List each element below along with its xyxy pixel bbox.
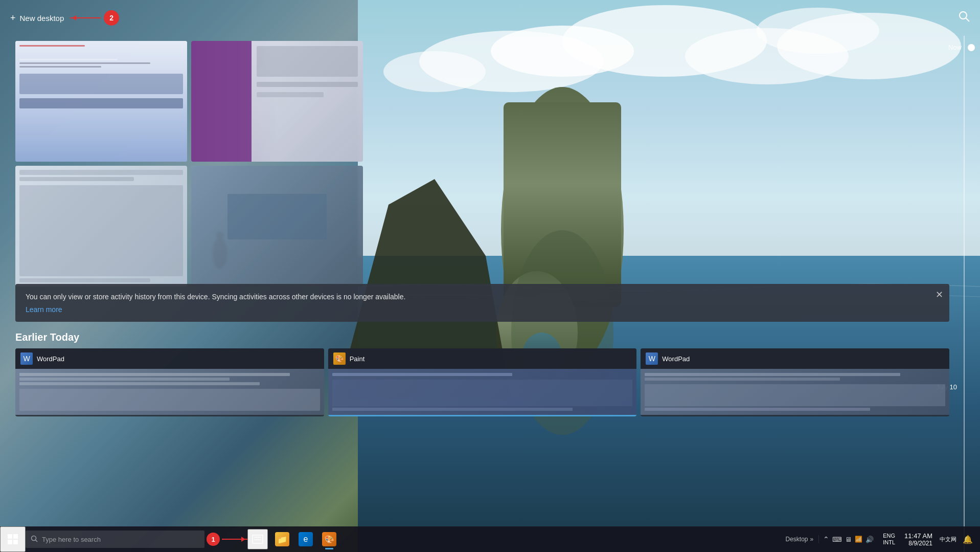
wordpad-icon-2: W [646, 352, 658, 365]
activity-thumb-3 [641, 369, 949, 415]
svg-point-17 [960, 12, 967, 19]
search-bar[interactable]: Type here to search [26, 531, 204, 548]
paint-taskbar-icon: 🎨 [322, 532, 336, 546]
explorer-icon: 📁 [275, 532, 289, 546]
chinese-indicator[interactable]: 中文网 [940, 536, 956, 543]
taskbar-app-edge[interactable]: e [294, 528, 317, 550]
task-view-icon [252, 535, 263, 544]
notification-text: You can only view or store activity hist… [26, 292, 939, 302]
notification-icon: 🔔 [963, 535, 973, 544]
activity-thumb-1 [15, 369, 324, 415]
activity-card-1[interactable]: W WordPad [15, 348, 324, 416]
thumbnail-2[interactable] [191, 41, 363, 162]
paint-icon-1: 🎨 [333, 352, 346, 365]
plus-icon: + [10, 13, 16, 24]
taskbar: Type here to search 1 📁 e 🎨 [0, 526, 980, 552]
task-view-button[interactable] [247, 529, 268, 549]
search-button-top[interactable] [959, 11, 970, 25]
thumbnails-area [15, 41, 363, 286]
step-1-badge: 1 [207, 533, 220, 546]
svg-point-19 [32, 536, 36, 540]
activity-card-2[interactable]: 🎨 Paint [328, 348, 637, 416]
timeline-dot [968, 44, 975, 51]
step-2-badge: 2 [104, 10, 119, 26]
keyboard-icon[interactable]: ⌨ [832, 536, 842, 543]
wordpad-icon-1: W [20, 352, 33, 365]
svg-line-20 [36, 540, 38, 542]
notification-bell[interactable]: 🔔 [960, 535, 976, 544]
timeline-now: Now [948, 43, 975, 51]
language-code: ENG [883, 533, 895, 539]
top-bar: + New desktop 2 [0, 0, 980, 36]
new-desktop-label: New desktop [20, 14, 64, 23]
thumbnail-4[interactable] [191, 166, 363, 286]
taskbar-app-explorer[interactable]: 📁 [271, 528, 293, 550]
step1-annotation: 1 [204, 533, 247, 546]
taskbar-app-paint[interactable]: 🎨 [318, 528, 340, 550]
notification-banner: You can only view or store activity hist… [15, 284, 949, 322]
search-icon-taskbar [31, 535, 38, 544]
show-hidden-icons-button[interactable]: ⌃ [823, 535, 829, 543]
arrow-annotation-1 [70, 17, 101, 18]
activity-cards: W WordPad 🎨 Paint [15, 348, 949, 416]
clock-area[interactable]: 11:47 AM 8/9/2021 [900, 532, 937, 547]
app-name-2: Paint [350, 355, 365, 363]
system-tray: ⌃ ⌨ 🖥 📶 🔊 [818, 535, 878, 543]
thumbnail-1[interactable] [15, 41, 187, 162]
search-placeholder-text: Type here to search [42, 536, 101, 543]
timeline-line [964, 36, 965, 552]
activity-card-3[interactable]: W WordPad [641, 348, 949, 416]
wifi-icon[interactable]: 📶 [855, 536, 862, 543]
earlier-today-section: Earlier Today W WordPad [15, 332, 949, 416]
windows-logo [8, 534, 18, 544]
clock-time: 11:47 AM [904, 532, 932, 540]
active-indicator [325, 548, 333, 549]
learn-more-link[interactable]: Learn more [26, 305, 62, 314]
app-name-3: WordPad [662, 355, 690, 363]
taskbar-right: Desktop » ⌃ ⌨ 🖥 📶 🔊 ENG INTL 11:47 AM 8/… [780, 526, 981, 552]
network-icon[interactable]: 🖥 [845, 536, 852, 543]
earlier-today-title: Earlier Today [15, 332, 949, 343]
start-button[interactable] [0, 526, 26, 552]
taskbar-apps: 📁 e 🎨 [268, 528, 780, 550]
activity-thumb-2 [328, 369, 637, 415]
edge-icon: e [299, 532, 313, 546]
app-name-1: WordPad [37, 355, 64, 363]
language-indicator[interactable]: ENG INTL [881, 533, 897, 546]
now-label: Now [948, 43, 962, 51]
thumbnail-3[interactable] [15, 166, 187, 286]
arrow-line-1 [222, 539, 247, 540]
new-desktop-button[interactable]: + New desktop [10, 13, 64, 24]
close-banner-button[interactable]: ✕ [936, 290, 943, 299]
clock-date: 8/9/2021 [908, 540, 932, 547]
desktop-label: Desktop [786, 536, 808, 543]
search-icon-top [959, 11, 970, 22]
desktop-button[interactable]: Desktop » [784, 536, 816, 543]
desktop-overflow: » [810, 536, 814, 543]
volume-icon[interactable]: 🔊 [865, 536, 874, 543]
language-region: INTL [883, 539, 895, 546]
svg-line-18 [966, 18, 969, 21]
